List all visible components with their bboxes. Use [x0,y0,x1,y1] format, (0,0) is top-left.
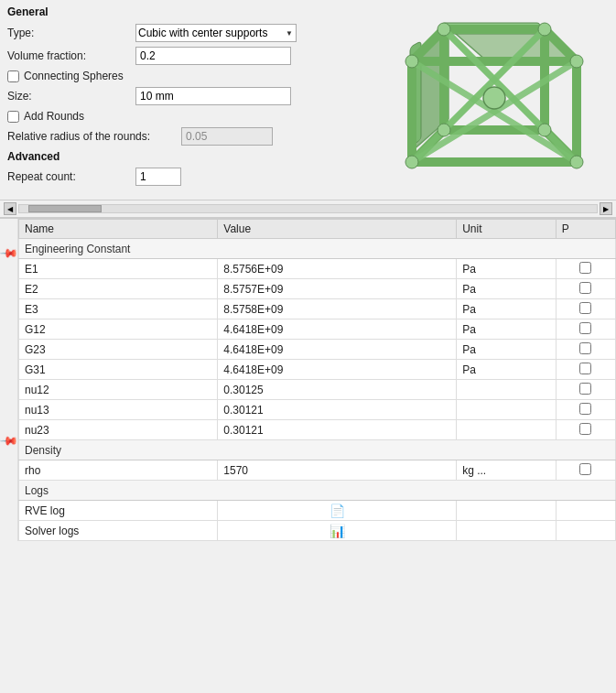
row-p-nu12[interactable] [556,380,615,400]
connecting-spheres-checkbox[interactable] [7,70,19,82]
general-section-label: General [7,5,380,18]
size-input[interactable] [135,87,291,105]
scroll-left-button[interactable]: ◀ [4,202,16,215]
row-name-nu23: nu23 [19,420,218,440]
row-p-nu23[interactable] [556,420,615,440]
horizontal-scrollbar[interactable]: ◀ ▶ [0,200,616,218]
pin-icon-2[interactable]: 📌 [0,431,18,451]
row-p-nu13[interactable] [556,400,615,420]
row-name-nu12: nu12 [19,380,218,400]
row-p-rho[interactable] [556,460,615,481]
table-row: E2 8.5757E+09 Pa [19,279,616,299]
checkbox-rho[interactable] [579,463,591,475]
engineering-section-header: Engineering Constant [19,239,616,259]
svg-point-29 [438,124,450,136]
checkbox-e1[interactable] [579,262,591,274]
row-unit-e2: Pa [457,279,557,299]
row-p-solver-logs [556,521,615,541]
row-name-rho: rho [19,460,218,481]
svg-point-26 [538,23,551,36]
row-value-nu12: 0.30125 [218,380,457,400]
row-p-e3[interactable] [556,299,615,319]
svg-point-30 [538,124,551,136]
solver-logs-doc-icon[interactable]: 📊 [330,524,345,538]
logs-section-label: Logs [19,481,616,501]
preview-area [380,5,609,196]
svg-point-24 [483,87,505,109]
type-select[interactable]: Cubic with center supports Simple Cubic … [135,24,297,42]
checkbox-g31[interactable] [579,363,591,374]
row-value-rve-log[interactable]: 📄 [218,501,457,521]
checkbox-nu12[interactable] [579,383,591,395]
row-p-g23[interactable] [556,340,615,360]
row-p-g31[interactable] [556,360,615,380]
row-name-nu13: nu13 [19,400,218,420]
row-value-solver-logs[interactable]: 📊 [218,521,457,541]
checkbox-g12[interactable] [579,322,591,334]
repeat-count-input[interactable] [135,168,181,186]
table-row: Solver logs 📊 [19,521,616,541]
row-name-rve-log: RVE log [19,501,218,521]
row-value-e2: 8.5757E+09 [218,279,457,299]
row-p-e1[interactable] [556,259,615,279]
table-row: G31 4.6418E+09 Pa [19,360,616,380]
row-unit-rve-log [457,501,557,521]
row-value-g31: 4.6418E+09 [218,360,457,380]
checkbox-nu23[interactable] [579,423,591,435]
row-name-e1: E1 [19,259,218,279]
volume-fraction-label: Volume fraction: [7,49,135,62]
scroll-thumb[interactable] [28,205,102,212]
svg-point-32 [570,156,583,168]
row-name-solver-logs: Solver logs [19,521,218,541]
row-unit-e3: Pa [457,299,557,319]
table-row: RVE log 📄 [19,501,616,521]
checkbox-e3[interactable] [579,302,591,314]
row-name-g12: G12 [19,319,218,340]
row-name-g23: G23 [19,340,218,360]
row-value-g23: 4.6418E+09 [218,340,457,360]
checkbox-nu13[interactable] [579,403,591,415]
checkbox-g23[interactable] [579,342,591,354]
density-section-label: Density [19,440,616,460]
row-unit-rho: kg ... [457,460,557,481]
table-row: nu23 0.30121 [19,420,616,440]
table-row: nu13 0.30121 [19,400,616,420]
row-unit-g31: Pa [457,360,557,380]
table-row: nu12 0.30125 [19,380,616,400]
volume-fraction-input[interactable] [135,47,291,65]
row-name-g31: G31 [19,360,218,380]
table-row: G12 4.6418E+09 Pa [19,319,616,340]
row-p-e2[interactable] [556,279,615,299]
table-row: E3 8.5758E+09 Pa [19,299,616,319]
col-header-unit: Unit [457,220,557,239]
row-value-rho: 1570 [218,460,457,481]
row-unit-g23: Pa [457,340,557,360]
scroll-right-button[interactable]: ▶ [600,202,612,215]
pin-icon-1[interactable]: 📌 [0,244,18,264]
relative-radius-input [181,127,273,146]
type-label: Type: [7,27,135,39]
col-header-name: Name [19,220,218,239]
row-value-nu13: 0.30121 [218,400,457,420]
row-value-g12: 4.6418E+09 [218,319,457,340]
rve-log-doc-icon[interactable]: 📄 [330,504,345,518]
checkbox-e2[interactable] [579,282,591,294]
row-value-e3: 8.5758E+09 [218,299,457,319]
row-value-nu23: 0.30121 [218,420,457,440]
row-name-e3: E3 [19,299,218,319]
row-p-rve-log [556,501,615,521]
row-value-e1: 8.5756E+09 [218,259,457,279]
table-row: G23 4.6418E+09 Pa [19,340,616,360]
engineering-section-label: Engineering Constant [19,239,616,259]
add-rounds-label: Add Rounds [24,110,84,123]
svg-point-27 [405,55,418,68]
advanced-section-label: Advanced [7,150,380,163]
row-unit-solver-logs [457,521,557,541]
density-section-header: Density [19,440,616,460]
properties-table: Name Value Unit P Engineering Constant E… [18,219,616,541]
row-p-g12[interactable] [556,319,615,340]
add-rounds-checkbox[interactable] [7,111,19,123]
row-name-e2: E2 [19,279,218,299]
scroll-track[interactable] [18,204,598,213]
svg-point-28 [570,55,583,68]
